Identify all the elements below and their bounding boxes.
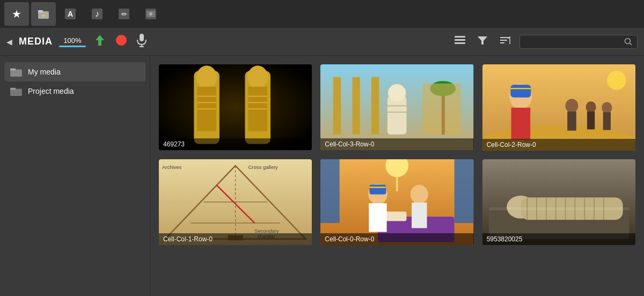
svg-marker-12: [96, 35, 104, 46]
svg-rect-30: [159, 64, 312, 150]
svg-point-60: [565, 99, 578, 113]
svg-rect-80: [455, 159, 474, 223]
project-media-label: Project media: [28, 87, 74, 95]
list-view-button[interactable]: [452, 32, 468, 51]
svg-marker-20: [478, 36, 487, 45]
svg-rect-19: [455, 42, 465, 44]
svg-rect-65: [603, 112, 610, 130]
svg-rect-45: [353, 77, 360, 135]
card-label-col3-row0: Cell-Col-3-Row-0: [320, 138, 473, 150]
text-style-icon[interactable]: A: [58, 2, 83, 26]
svg-rect-14: [140, 34, 144, 41]
media-card-col1-row0[interactable]: Archives Cross gallery Secondary chamber…: [159, 159, 312, 245]
favorites-icon[interactable]: ★: [4, 2, 29, 26]
svg-point-24: [625, 38, 631, 43]
svg-rect-17: [455, 36, 465, 38]
media-card-469273[interactable]: 469273: [159, 64, 312, 150]
svg-point-13: [116, 35, 127, 46]
svg-rect-58: [510, 85, 531, 98]
svg-text:Archives: Archives: [162, 164, 182, 169]
svg-point-38: [247, 65, 268, 88]
svg-point-50: [388, 84, 406, 102]
media-card-col0-row0[interactable]: Cell-Col-0-Row-0: [320, 159, 473, 245]
sort-button[interactable]: [497, 32, 513, 51]
card-label-5953820025: 5953820025: [482, 233, 635, 245]
search-box[interactable]: [519, 35, 638, 49]
media-grid: 469273: [159, 64, 635, 245]
svg-rect-53: [423, 84, 461, 135]
folder-icon-my-media: [10, 66, 23, 77]
folder-icon-project-media: [10, 86, 23, 97]
zoom-value: 100%: [63, 36, 81, 45]
svg-point-32: [196, 65, 217, 88]
back-button[interactable]: ◀: [6, 38, 12, 46]
card-label-col0-row0: Cell-Col-0-Row-0: [320, 233, 473, 245]
svg-text:★: ★: [41, 13, 46, 18]
svg-point-89: [411, 184, 428, 204]
svg-rect-27: [10, 69, 16, 71]
svg-rect-44: [333, 77, 341, 135]
svg-point-11: [149, 12, 152, 16]
media-card-5953820025[interactable]: 5953820025: [482, 159, 635, 246]
svg-text:✏: ✏: [121, 10, 127, 18]
svg-rect-28: [10, 88, 22, 96]
sidebar-item-my-media[interactable]: My media: [4, 62, 145, 82]
search-input[interactable]: [524, 38, 621, 46]
music-note-icon[interactable]: ♪: [85, 2, 109, 26]
svg-text:♪: ♪: [95, 9, 99, 18]
media-header-bar: ◀ MEDIA 100%: [0, 28, 644, 56]
svg-rect-86: [369, 203, 387, 232]
media-card-col2-row0[interactable]: Cell-Col-2-Row-0: [482, 64, 635, 151]
card-label-col1-row0: Cell-Col-1-Row-0: [159, 233, 312, 245]
svg-rect-46: [371, 77, 379, 135]
microphone-button[interactable]: [135, 33, 148, 50]
svg-text:Cross gallery: Cross gallery: [248, 164, 278, 169]
svg-point-62: [586, 101, 596, 113]
svg-text:A: A: [68, 10, 73, 18]
sidebar-item-project-media[interactable]: Project media: [4, 82, 145, 101]
svg-point-66: [606, 71, 626, 90]
media-title: MEDIA: [19, 36, 53, 47]
svg-rect-104: [489, 207, 630, 210]
zoom-fill: [59, 46, 86, 47]
svg-rect-57: [511, 108, 530, 139]
svg-rect-61: [567, 112, 576, 131]
media-card-col3-row0[interactable]: Cell-Col-3-Row-0: [320, 64, 473, 150]
svg-rect-90: [412, 202, 427, 228]
folder-star-icon[interactable]: ★: [31, 2, 56, 26]
filter-button[interactable]: [474, 32, 491, 51]
upload-button[interactable]: [92, 33, 107, 51]
search-icon: [624, 38, 633, 46]
record-button[interactable]: [114, 33, 129, 51]
svg-rect-29: [10, 88, 16, 90]
zoom-control[interactable]: 100%: [59, 36, 86, 47]
media-grid-area: 469273: [150, 56, 644, 296]
svg-rect-26: [10, 69, 22, 77]
top-toolbar: ★ ★ A ♪ ✏: [0, 0, 644, 28]
svg-text:Secondary: Secondary: [254, 227, 279, 233]
sidebar: My media Project media: [0, 56, 150, 296]
svg-rect-63: [587, 112, 595, 129]
zoom-bar: [59, 46, 86, 47]
card-label-469273: 469273: [159, 138, 312, 150]
photo-icon[interactable]: [138, 2, 163, 26]
svg-point-64: [602, 102, 612, 113]
back-arrow-icon: ◀: [6, 38, 12, 46]
svg-rect-87: [370, 184, 386, 194]
my-media-label: My media: [28, 68, 61, 76]
svg-rect-1: [38, 10, 43, 12]
main-content: My media Project media: [0, 56, 644, 296]
svg-rect-18: [455, 39, 465, 41]
svg-rect-79: [320, 159, 340, 223]
card-label-col2-row0: Cell-Col-2-Row-0: [482, 139, 635, 151]
pen-icon[interactable]: ✏: [112, 2, 136, 26]
svg-line-25: [630, 43, 632, 45]
